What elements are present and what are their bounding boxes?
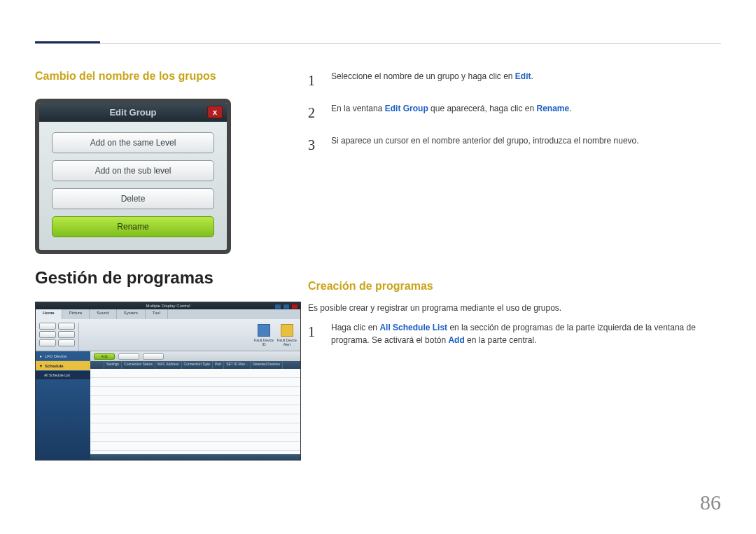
add-same-level-button[interactable]: Add on the same Level [52, 132, 214, 153]
add-sub-level-button[interactable]: Add on the sub level [52, 160, 214, 181]
col-detected: Detected Devices [251, 361, 283, 369]
col-blank [90, 361, 104, 369]
toolbar-btn[interactable] [143, 353, 164, 360]
col-conntype: Connection Type [182, 361, 213, 369]
step-1: 1 Seleccione el nombre de un grupo y hag… [308, 70, 721, 91]
dialog-title: Edit Group x [39, 103, 227, 122]
rename-button[interactable]: Rename [52, 216, 214, 237]
step-num: 1 [308, 321, 318, 346]
sidebar-sub-all-schedule[interactable]: All Schedule List [36, 371, 90, 379]
edit-group-dialog: Edit Group x Add on the same Level Add o… [35, 99, 231, 254]
close-window-icon[interactable] [291, 304, 298, 309]
keyword-editgroup: Edit Group [385, 104, 428, 113]
col-setid: SET ID Ran... [224, 361, 251, 369]
delete-button[interactable]: Delete [52, 188, 214, 209]
step-num: 2 [308, 102, 318, 123]
section2-title: Gestión de programas [35, 268, 280, 288]
ribbon-btn[interactable] [39, 339, 56, 346]
step-num: 1 [308, 70, 318, 91]
app-window: Multiple Display Control Home Picture So… [35, 302, 301, 461]
step-3: 3 Si aparece un cursor en el nombre ante… [308, 134, 721, 155]
section2-subtitle: Creación de programas [308, 280, 433, 293]
maximize-icon[interactable] [283, 304, 290, 309]
chevron-right-icon: ▸ [40, 353, 42, 358]
app-title-text: Multiple Display Control [146, 304, 190, 308]
step-text: . [569, 104, 571, 113]
step-text: . [531, 71, 533, 81]
dialog-title-text: Edit Group [109, 107, 156, 118]
grid-body [90, 369, 300, 454]
fault-alert-label: Fault Device Alert [277, 338, 297, 346]
fault-id-label: Fault Device ID [254, 338, 274, 346]
top-rule [35, 43, 721, 44]
col-port: Port [213, 361, 224, 369]
col-settings: Settings [104, 361, 122, 369]
section2-intro: Es posible crear y registrar un programa… [308, 303, 721, 313]
keyword-add: Add [448, 335, 464, 345]
ribbon-btn[interactable] [58, 331, 75, 338]
app-titlebar: Multiple Display Control [36, 302, 300, 309]
tab-home[interactable]: Home [36, 309, 62, 319]
sidebar-item-lfd[interactable]: ▸ LFD Device [36, 351, 90, 361]
ribbon-btn[interactable] [39, 323, 56, 330]
step-1: 1 Haga clic en All Schedule List en la s… [308, 321, 721, 346]
fault-device-alert-icon[interactable]: Fault Device Alert [277, 323, 297, 348]
tab-system[interactable]: System [117, 309, 146, 319]
ribbon-btn[interactable] [58, 339, 75, 346]
step-text: Seleccione el nombre de un grupo y haga … [331, 71, 515, 81]
fault-device-id-icon[interactable]: Fault Device ID [254, 323, 274, 348]
app-footer [90, 454, 300, 460]
step-text: en la parte central. [465, 335, 537, 345]
tab-sound[interactable]: Sound [90, 309, 116, 319]
sidebar-item-schedule[interactable]: ▾ Schedule [36, 361, 90, 371]
chevron-down-icon: ▾ [40, 363, 42, 368]
sidebar-schedule-label: Schedule [45, 364, 64, 368]
add-button[interactable]: Add [94, 353, 115, 360]
step-2: 2 En la ventana Edit Group que aparecerá… [308, 102, 721, 123]
keyword-edit: Edit [515, 71, 531, 81]
section1-title: Cambio del nombre de los grupos [35, 70, 216, 83]
ribbon-btn[interactable] [39, 331, 56, 338]
step-text: Haga clic en [331, 323, 379, 332]
col-connstatus: Connection Status [122, 361, 155, 369]
keyword-rename: Rename [537, 104, 570, 113]
step-text: En la ventana [331, 104, 385, 113]
col-mac: MAC Address [155, 361, 182, 369]
minimize-icon[interactable] [274, 304, 281, 309]
step-text: que aparecerá, haga clic en [428, 104, 537, 113]
close-icon[interactable]: x [207, 106, 223, 118]
toolbar-btn[interactable] [118, 353, 139, 360]
sidebar-lfd-label: LFD Device [45, 354, 66, 358]
section1-steps: 1 Seleccione el nombre de un grupo y hag… [308, 70, 721, 155]
section2-steps: 1 Haga clic en All Schedule List en la s… [308, 321, 721, 346]
step-text: Si aparece un cursor en el nombre anteri… [331, 134, 639, 155]
keyword-allschedule: All Schedule List [379, 323, 447, 332]
step-num: 3 [308, 134, 318, 155]
ribbon-btn[interactable] [58, 323, 75, 330]
tab-picture[interactable]: Picture [62, 309, 90, 319]
tab-tool[interactable]: Tool [146, 309, 168, 319]
grid-header: Settings Connection Status MAC Address C… [90, 361, 300, 369]
page-number: 86 [700, 491, 721, 514]
